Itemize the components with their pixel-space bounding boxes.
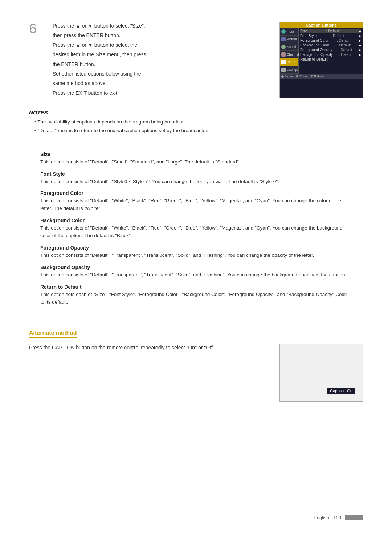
tv-row-bg-color: Background Color : Default ▶ [300,43,361,48]
tv-menu-screenshot: Caption Options Input Picture Sound [279,22,363,98]
note-item-1: The availability of captions depends on … [34,118,363,126]
option-bg-color-desc: This option consists of "Default", "Whit… [40,224,352,240]
note-item-2: "Default" means to return to the origina… [34,127,363,134]
tv-row-fg-color: Foreground Color : Default ▶ [300,38,361,43]
notes-section: NOTES The availability of captions depen… [29,109,363,135]
option-font-style: Font Style This option consists of "Defa… [40,171,352,186]
tv-sidebar: Input Picture Sound Channel [280,28,299,74]
alternate-body: Press the CAPTION button on the remote c… [29,344,363,402]
option-bg-opacity-title: Background Opacity [40,264,352,270]
step-6-section: 6 Press the ▲ or ▼ button to select "Siz… [29,22,363,98]
option-bg-color: Background Color This option consists of… [40,218,352,240]
option-size-desc: This option consists of "Default", "Smal… [40,158,352,166]
option-fg-color-title: Foreground Color [40,190,352,196]
option-font-style-title: Font Style [40,171,352,177]
option-fg-color: Foreground Color This option consists of… [40,190,352,212]
option-fg-opacity-desc: This option consists of "Default", "Tran… [40,252,352,259]
alternate-text: Press the CAPTION button on the remote c… [29,344,269,402]
tv-sidebar-picture: Picture [280,36,298,43]
tv-sidebar-listings: Listings [280,66,298,74]
option-bg-opacity-desc: This option consists of "Default", "Tran… [40,271,352,279]
notes-list: The availability of captions depends on … [29,118,363,135]
tv-row-fg-opacity: Foreground Opacity : Default ▶ [300,48,361,52]
option-fg-color-desc: This option consists of "Default", "Whit… [40,197,352,212]
option-fg-opacity-title: Foreground Opacity [40,245,352,251]
option-font-style-desc: This option consists of "Default", "Styl… [40,178,352,186]
option-return-default-desc: This option sets each of "Size", "Font S… [40,291,352,306]
tv-menu-content: Size : Default ▶ Font Style : Default ▶ … [299,28,363,74]
caption-on-label: Caption : On [327,388,355,394]
tv-sidebar-setup: Setup [280,58,298,66]
alternate-method-title: Alternate method [29,330,77,338]
tv-sidebar-input: Input [280,28,298,36]
option-return-default: Return to Default This option sets each … [40,284,352,306]
step-number: 6 [29,22,42,98]
caption-box: Caption : On [279,344,363,402]
option-bg-color-title: Background Color [40,218,352,223]
tv-row-size: Size : Default ▶ [300,29,361,33]
option-size-title: Size [40,151,352,157]
page-footer: English - 103 [314,515,363,520]
notes-title: NOTES [29,109,363,115]
tv-row-return-default: Return to Default [300,57,361,62]
option-bg-opacity: Background Opacity This option consists … [40,264,352,279]
footer-bar [345,515,363,520]
alternate-method-section: Alternate method Press the CAPTION butto… [29,330,363,402]
option-fg-opacity: Foreground Opacity This option consists … [40,245,352,259]
tv-sidebar-sound: Sound [280,43,298,51]
tv-sidebar-channel: Channel [280,51,298,58]
tv-row-font-style: Font Style : Default ▶ [300,33,361,38]
options-box: Size This option consists of "Default", … [29,144,363,319]
footer-text: English - 103 [314,515,341,520]
tv-menu-footer: ◆ Move ⊟ Enter ⊡ Return [280,74,363,79]
step-instructions: Press the ▲ or ▼ button to select "Size"… [53,22,269,98]
tv-row-bg-opacity: Background Opacity : Default ▶ [300,52,361,57]
option-size: Size This option consists of "Default", … [40,151,352,166]
tv-menu-title: Caption Options [280,22,363,28]
option-return-default-title: Return to Default [40,284,352,290]
